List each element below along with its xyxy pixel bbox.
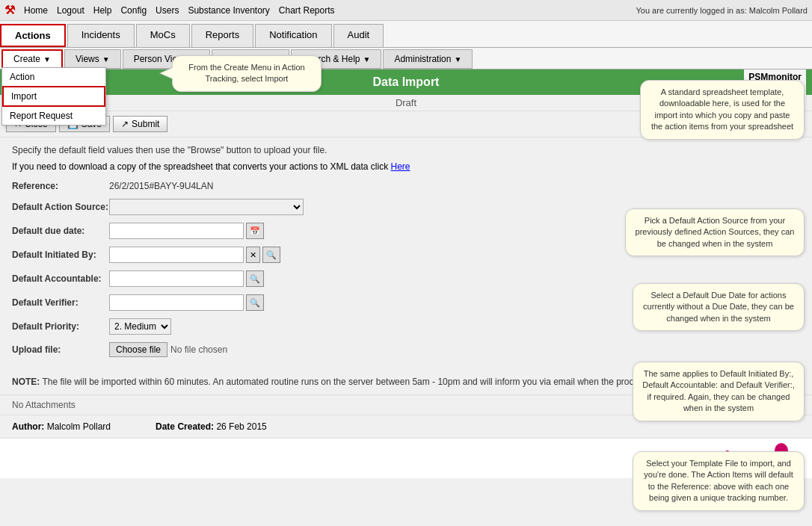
primary-tab-bar: Actions Incidents MoCs Reports Notificat…: [0, 21, 812, 48]
top-nav-bar: ⚒ Home Logout Help Config Users Substanc…: [0, 0, 812, 21]
choose-file-button[interactable]: Choose file: [109, 342, 167, 357]
submit-button[interactable]: ↗ Submit: [113, 116, 167, 132]
date-created-info: Date Created: 26 Feb 2015: [156, 421, 267, 432]
due-date-input[interactable]: [109, 223, 244, 239]
accountable-search-btn[interactable]: 🔍: [246, 270, 264, 287]
tab-actions[interactable]: Actions: [0, 24, 66, 47]
callout-action-source: Pick a Default Action Source from your p…: [625, 208, 805, 256]
views-arrow-icon: ▼: [102, 55, 110, 64]
form-description: Specify the default field values then us…: [12, 145, 800, 155]
draft-status-bar: Draft A standard spreadsheet template, d…: [0, 95, 812, 111]
tab-create[interactable]: Create ▼ Action Import Report Request: [1, 49, 63, 69]
submit-icon: ↗: [121, 119, 129, 129]
callout-upload: Select your Template File to import, and…: [633, 451, 805, 511]
accountable-input[interactable]: [109, 270, 244, 287]
accountable-label: Default Accountable:: [12, 273, 109, 284]
dropdown-action[interactable]: Action: [2, 68, 105, 86]
calendar-icon-button[interactable]: 📅: [246, 223, 264, 239]
reference-value: 26/2/2015#BAYY-9U4LAN: [109, 181, 213, 191]
upload-file-label: Upload file:: [12, 344, 109, 355]
initiated-by-search-btn[interactable]: 🔍: [262, 247, 280, 263]
nav-logout[interactable]: Logout: [57, 5, 84, 16]
secondary-tab-bar: Create ▼ Action Import Report Request Vi…: [0, 48, 812, 69]
search-help-arrow-icon: ▼: [363, 55, 370, 64]
form-area: Specify the default field values then us…: [0, 137, 812, 372]
priority-select[interactable]: 1. Low 2. Medium 3. High 4. Critical: [109, 318, 171, 335]
initiated-by-label: Default Initiated By:: [12, 250, 109, 260]
tab-audit[interactable]: Audit: [333, 24, 384, 47]
no-file-chosen-label: No file chosen: [170, 344, 227, 355]
nav-home[interactable]: Home: [24, 5, 48, 16]
action-source-select[interactable]: [109, 199, 304, 215]
upload-file-row: Upload file: Choose file No file chosen: [12, 342, 800, 357]
dropdown-import[interactable]: Import: [2, 86, 105, 107]
nav-help[interactable]: Help: [93, 5, 112, 16]
tab-incidents[interactable]: Incidents: [67, 24, 135, 47]
tab-administration[interactable]: Administration ▼: [383, 49, 473, 69]
reference-label: Reference:: [12, 181, 109, 191]
verifier-search-btn[interactable]: 🔍: [246, 294, 264, 311]
initiated-by-clear-btn[interactable]: ✕: [246, 247, 260, 263]
administration-label: Administration: [394, 54, 451, 64]
logo-icon: ⚒: [4, 3, 15, 17]
views-label: Views: [76, 54, 99, 64]
due-date-label: Default due date:: [12, 226, 109, 236]
nav-users[interactable]: Users: [156, 5, 179, 16]
verifier-input[interactable]: [109, 294, 244, 311]
action-source-label: Default Action Source:: [12, 202, 109, 212]
reference-row: Reference: 26/2/2015#BAYY-9U4LAN: [12, 181, 800, 191]
administration-arrow-icon: ▼: [454, 55, 461, 64]
create-arrow-icon: ▼: [43, 55, 51, 64]
draft-label: Draft: [396, 97, 416, 108]
tab-views[interactable]: Views ▼: [64, 49, 121, 69]
create-dropdown: Action Import Report Request: [1, 67, 106, 126]
callout-initiated: The same applies to Default Initiated By…: [633, 362, 805, 421]
author-info: Author: Malcolm Pollard: [12, 421, 111, 432]
priority-label: Default Priority:: [12, 321, 109, 332]
tab-mocs[interactable]: MoCs: [136, 24, 190, 47]
nav-substance-inventory[interactable]: Substance Inventory: [188, 5, 269, 16]
top-nav-links: ⚒ Home Logout Help Config Users Substanc…: [4, 3, 335, 17]
create-label: Create: [13, 54, 40, 64]
callout-due-date: Select a Default Due Date for actions cu…: [633, 283, 805, 331]
note-title: NOTE:: [12, 377, 40, 387]
tab-reports[interactable]: Reports: [191, 24, 254, 47]
dropdown-report-request[interactable]: Report Request: [2, 107, 105, 125]
verifier-label: Default Verifier:: [12, 297, 109, 308]
nav-config[interactable]: Config: [120, 5, 147, 16]
tab-notification[interactable]: Notification: [255, 24, 331, 47]
callout-create-menu: From the Create Menu in Action Tracking,…: [172, 55, 322, 92]
initiated-by-input[interactable]: [109, 247, 244, 263]
nav-chart-reports[interactable]: Chart Reports: [279, 5, 335, 16]
callout-spreadsheet: A standard spreadsheet template, downloa…: [640, 80, 805, 140]
user-info: You are currently logged in as: Malcolm …: [636, 6, 808, 15]
note-text: The file will be imported within 60 minu…: [42, 377, 703, 387]
download-link[interactable]: Here: [391, 161, 410, 172]
form-link-line: If you need to download a copy of the sp…: [12, 161, 800, 172]
